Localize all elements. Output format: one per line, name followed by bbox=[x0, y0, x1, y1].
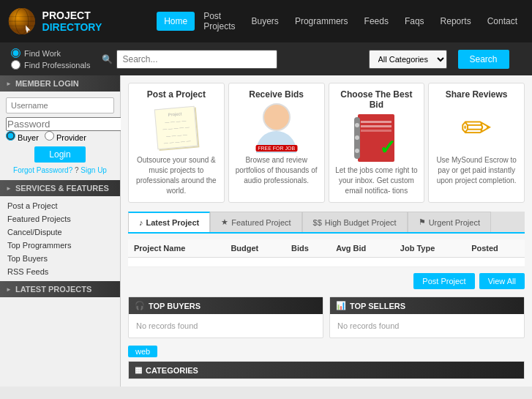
sign-up-link[interactable]: Sign Up bbox=[80, 166, 107, 174]
sidebar-link-top-programmers[interactable]: Top Programmers bbox=[0, 239, 120, 252]
col-budget: Budget bbox=[225, 239, 285, 258]
sidebar: MEMBER LOGIN Buyer Provider Login Forgot… bbox=[0, 75, 121, 387]
web-tag[interactable]: web bbox=[128, 346, 157, 357]
web-tag-area: web bbox=[128, 346, 525, 361]
category-select[interactable]: All Categories bbox=[369, 50, 447, 69]
step-choose-bid: Choose The Best Bid ✓ bbox=[329, 83, 425, 203]
top-sellers-panel: 📊 TOP SELLERS No records found bbox=[329, 297, 525, 338]
nav-programmers[interactable]: Programmers bbox=[288, 12, 356, 31]
view-all-button[interactable]: View All bbox=[479, 273, 525, 289]
post-project-button[interactable]: Post Project bbox=[413, 273, 474, 289]
provider-radio[interactable]: Provider bbox=[45, 131, 86, 142]
table-actions: Post Project View All bbox=[128, 273, 525, 289]
sidebar-link-cancel[interactable]: Cancel/Dispute bbox=[0, 225, 120, 239]
nav-home[interactable]: Home bbox=[157, 12, 195, 31]
username-field[interactable] bbox=[6, 97, 114, 113]
logo-text-area: PROJECT DIRECTORY bbox=[42, 10, 143, 33]
top-sellers-header: 📊 TOP SELLERS bbox=[330, 297, 524, 314]
receive-bids-image: FREE FOR JOB bbox=[233, 104, 321, 152]
step-post-project: Post a Project Project— — — —— — — — —— … bbox=[128, 83, 225, 203]
search-icon: 🔍 bbox=[102, 54, 113, 64]
how-it-works: Post a Project Project— — — —— — — — —— … bbox=[128, 83, 525, 203]
services-links: Post a Project Featured Projects Cancel/… bbox=[0, 196, 120, 281]
nav-faqs[interactable]: Faqs bbox=[397, 12, 432, 31]
search-bar: Find Work Find Professionals 🔍 All Categ… bbox=[0, 42, 532, 75]
col-job-type: Job Type bbox=[394, 239, 465, 258]
nav-buyers[interactable]: Buyers bbox=[244, 12, 286, 31]
grid-icon: ▦ bbox=[135, 365, 142, 375]
logo-project: PROJECT DIRECTORY bbox=[42, 10, 102, 33]
services-section: SERVICES & FEATURES Post a Project Featu… bbox=[0, 180, 120, 281]
role-radio-group: Buyer Provider bbox=[6, 131, 114, 142]
project-tabs: ♪ Latest Project ★ Featured Project $$ H… bbox=[128, 212, 525, 234]
post-project-image: Project— — — —— — — — —— — — —— — — — — bbox=[132, 104, 220, 152]
login-button[interactable]: Login bbox=[34, 146, 85, 163]
password-field[interactable] bbox=[6, 117, 132, 131]
bottom-panels: 🎧 TOP BUYERS No records found 📊 TOP SELL… bbox=[128, 297, 525, 338]
tab-high-budget[interactable]: $$ High Budget Project bbox=[302, 212, 408, 232]
login-form: Buyer Provider Login Forgot Password? ? … bbox=[0, 92, 120, 180]
choose-bid-image: ✓ bbox=[333, 114, 421, 162]
tab-urgent-icon: ⚑ bbox=[419, 217, 426, 227]
tab-latest-project[interactable]: ♪ Latest Project bbox=[128, 212, 210, 232]
forgot-password-area: Forgot Password? ? Sign Up bbox=[6, 166, 114, 174]
top-buyers-body: No records found bbox=[129, 314, 323, 338]
step-receive-bids: Receive Bids FREE FOR JOB Browse and rev… bbox=[228, 83, 325, 203]
sidebar-link-top-buyers[interactable]: Top Buyers bbox=[0, 252, 120, 265]
nav-contact[interactable]: Contact bbox=[480, 12, 525, 31]
top-buyers-panel: 🎧 TOP BUYERS No records found bbox=[128, 297, 323, 338]
categories-section: ▦ CATEGORIES bbox=[128, 361, 525, 379]
forgot-password-link[interactable]: Forgot Password? bbox=[13, 166, 72, 174]
buyer-radio[interactable]: Buyer bbox=[6, 131, 39, 142]
search-button[interactable]: Search bbox=[458, 50, 509, 69]
tab-featured-icon: ★ bbox=[221, 217, 228, 227]
tab-featured-project[interactable]: ★ Featured Project bbox=[210, 212, 301, 232]
table-header: Project Name Budget Bids Avg Bid Job Typ… bbox=[128, 239, 525, 258]
sidebar-link-featured[interactable]: Featured Projects bbox=[0, 212, 120, 225]
tab-high-budget-icon: $$ bbox=[313, 218, 322, 227]
tab-latest-icon: ♪ bbox=[139, 218, 143, 227]
main-content: Post a Project Project— — — —— — — — —— … bbox=[121, 75, 532, 387]
nav-post-projects[interactable]: Post Projects bbox=[196, 7, 242, 36]
project-table: Project Name Budget Bids Avg Bid Job Typ… bbox=[128, 239, 525, 267]
categories-header: ▦ CATEGORIES bbox=[129, 362, 524, 379]
sidebar-link-post-project[interactable]: Post a Project bbox=[0, 199, 120, 212]
member-login-section: MEMBER LOGIN Buyer Provider Login Forgot… bbox=[0, 75, 120, 180]
header: PROJECT DIRECTORY Home Post Projects Buy… bbox=[0, 0, 532, 42]
nav-reports[interactable]: Reports bbox=[433, 12, 479, 31]
col-posted: Posted bbox=[465, 239, 525, 258]
top-sellers-body: No records found bbox=[330, 314, 524, 338]
logo: PROJECT DIRECTORY bbox=[7, 5, 142, 37]
main-nav: Home Post Projects Buyers Programmers Fe… bbox=[157, 7, 525, 36]
tab-urgent-project[interactable]: ⚑ Urgent Project bbox=[408, 212, 491, 232]
member-login-header: MEMBER LOGIN bbox=[0, 75, 120, 92]
find-radio-group: Find Work Find Professionals bbox=[11, 48, 91, 70]
top-buyers-header: 🎧 TOP BUYERS bbox=[129, 297, 323, 314]
search-input[interactable] bbox=[116, 50, 277, 69]
chart-icon: 📊 bbox=[336, 301, 346, 310]
sidebar-link-rss[interactable]: RSS Feeds bbox=[0, 265, 120, 278]
nav-feeds[interactable]: Feeds bbox=[357, 12, 396, 31]
find-work-radio[interactable]: Find Work bbox=[11, 48, 91, 58]
col-bids: Bids bbox=[285, 239, 330, 258]
main-layout: MEMBER LOGIN Buyer Provider Login Forgot… bbox=[0, 75, 532, 387]
step-share-reviews: Share Reviews ✏ Use MySound Escrow to pa… bbox=[428, 83, 525, 203]
search-input-area: 🔍 bbox=[102, 50, 358, 69]
services-header: SERVICES & FEATURES bbox=[0, 180, 120, 196]
latest-projects-header: LATEST PROJECTS bbox=[0, 281, 120, 297]
col-project-name: Project Name bbox=[128, 239, 225, 258]
col-avg-bid: Avg Bid bbox=[330, 239, 394, 258]
share-reviews-image: ✏ bbox=[432, 104, 520, 152]
table-body bbox=[128, 258, 525, 267]
latest-projects-section: LATEST PROJECTS bbox=[0, 281, 120, 297]
headphones-icon: 🎧 bbox=[135, 301, 145, 310]
globe-icon bbox=[7, 5, 37, 37]
find-professionals-radio[interactable]: Find Professionals bbox=[11, 60, 91, 70]
